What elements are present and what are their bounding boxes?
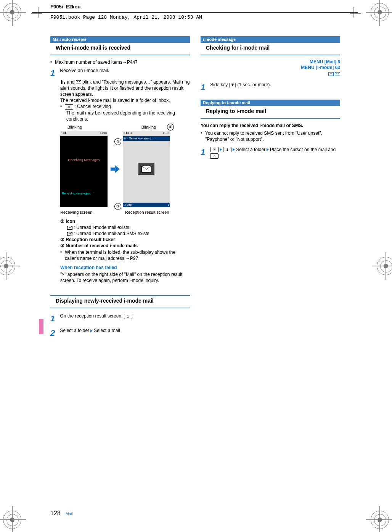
step-text: Select a folderSelect a mail bbox=[60, 327, 190, 334]
doc-header: F905i_E2kou bbox=[50, 4, 81, 10]
legend-item: ① Icon bbox=[60, 218, 190, 224]
crop-mark-icon bbox=[31, 7, 45, 21]
envelope-icon bbox=[335, 72, 340, 76]
envelope-sms-icon bbox=[67, 232, 72, 236]
step: 1 Side key [▼] (1 sec. or more). bbox=[201, 82, 340, 93]
registration-mark-icon bbox=[371, 511, 389, 529]
rule bbox=[201, 55, 340, 55]
section-tag: Mail auto receive bbox=[50, 36, 190, 43]
step-text: Side key [▼] (1 sec. or more). bbox=[210, 82, 340, 88]
blink-label: Blinking bbox=[137, 124, 160, 130]
section-title: When i-mode mail is received bbox=[56, 44, 190, 52]
screenshot-captions: Receiving screen Reception result screen bbox=[60, 210, 190, 215]
paragraph: "×" appears on the right side of "Mail" … bbox=[60, 271, 190, 284]
subsection-heading: When reception has failed bbox=[60, 264, 190, 271]
step-text: ✉1Select a folderPlace the cursor on the… bbox=[210, 147, 340, 159]
antenna-icon bbox=[60, 80, 66, 84]
note: The mail may be received depending on th… bbox=[66, 110, 190, 122]
section-tag: Replying to i-mode mail bbox=[201, 100, 340, 106]
phonebook-key-icon: ⌂ bbox=[210, 153, 218, 159]
step-paragraph: The received i-mode mail is saved in a f… bbox=[60, 97, 190, 103]
svg-rect-0 bbox=[61, 80, 62, 84]
step-number: 1 bbox=[201, 82, 209, 93]
page-footer: 128 Mail bbox=[50, 510, 72, 517]
key-icon: 1 bbox=[124, 314, 132, 319]
section-title: Displaying newly-received i-mode mail bbox=[56, 297, 190, 305]
registration-mark-icon bbox=[0, 257, 15, 275]
crop-mark-icon bbox=[347, 7, 361, 21]
rule bbox=[50, 308, 190, 308]
section-title: Replying to i-mode mail bbox=[206, 108, 340, 115]
svg-rect-1 bbox=[63, 81, 63, 84]
step-text: On the reception result screen, 1. bbox=[60, 313, 190, 319]
section-tag: i-mode message bbox=[201, 36, 340, 43]
callout-icon: ② bbox=[114, 138, 121, 145]
legend-item: ③ Number of received i-mode mails bbox=[60, 243, 190, 249]
svg-rect-2 bbox=[64, 82, 65, 84]
legend-sub: : Unread i-mode mail exists bbox=[67, 224, 190, 231]
callout-icon: ① bbox=[167, 124, 174, 131]
step-text: Receive an i-mode mail. bbox=[60, 68, 190, 74]
bullet-item: When the terminal is folded, the sub-dis… bbox=[60, 249, 190, 261]
callout-icon: ③ bbox=[114, 203, 121, 210]
rule bbox=[50, 55, 190, 55]
step-number: 2 bbox=[50, 327, 59, 339]
section-tab bbox=[39, 319, 43, 334]
step: 1 On the reception result screen, 1. bbox=[50, 313, 190, 324]
step-number: 1 bbox=[201, 147, 209, 158]
step: 1 Receive an i-mode mail. bbox=[50, 68, 190, 79]
registration-mark-icon bbox=[371, 3, 389, 21]
svg-rect-7 bbox=[70, 234, 72, 236]
sub-bullet: ● : Cancel receiving bbox=[60, 103, 190, 110]
menu-path: MENU [Mail] 6 MENU [i-mode] 63 bbox=[201, 59, 340, 77]
intro-bold: You can reply the received i-mode mail o… bbox=[201, 123, 340, 129]
section-title: Checking for i-mode mail bbox=[206, 44, 340, 52]
key-icon: ● bbox=[65, 104, 73, 110]
envelope-large-icon bbox=[138, 163, 154, 175]
header-rule bbox=[32, 12, 358, 13]
bullet-item: Maximum number of saved items→P447 bbox=[50, 59, 190, 65]
step-paragraph: and blink and "Receiving messages…" appe… bbox=[60, 79, 190, 98]
arrow-right-icon bbox=[110, 164, 120, 174]
left-column: Mail auto receive When i-mode mail is re… bbox=[50, 36, 190, 339]
chevron-right-icon bbox=[233, 148, 235, 151]
envelope-icon bbox=[76, 80, 81, 84]
envelope-icon bbox=[67, 226, 72, 230]
reception-result-screen: ▯ ▮▮ ✉11:18 ✉ :Message received… ☐ Mail1 bbox=[123, 131, 170, 207]
step-number: 1 bbox=[50, 313, 59, 324]
step: 1 ✉1Select a folderPlace the cursor on t… bbox=[201, 147, 340, 159]
chevron-right-icon bbox=[90, 329, 93, 332]
receiving-screen: ▯ ▮▮11:18 Receiving Messages Receiving m… bbox=[60, 131, 108, 207]
step-number: 1 bbox=[50, 68, 59, 79]
page-number: 128 bbox=[50, 510, 61, 516]
step: 2 Select a folderSelect a mail bbox=[50, 327, 190, 339]
content: Mail auto receive When i-mode mail is re… bbox=[50, 36, 340, 339]
blink-label: Blinking bbox=[63, 124, 86, 130]
registration-mark-icon bbox=[3, 3, 21, 21]
right-column: i-mode message Checking for i-mode mail … bbox=[201, 36, 340, 339]
legend-item: ② Reception result ticker bbox=[60, 237, 190, 243]
key-icon: 1 bbox=[223, 147, 231, 152]
page: F905i_E2kou F905i.book Page 128 Monday, … bbox=[0, 0, 392, 532]
registration-mark-icon bbox=[3, 511, 21, 529]
screenshot-block: Blinking Blinking ① ② ③ ▯ ▮▮11:18 Receiv… bbox=[60, 124, 190, 207]
rule bbox=[201, 118, 340, 119]
bullet-item: You cannot reply to received SMS sent fr… bbox=[201, 130, 340, 142]
chevron-right-icon bbox=[220, 148, 222, 151]
mail-key-icon: ✉ bbox=[210, 147, 218, 152]
registration-mark-icon bbox=[377, 257, 392, 275]
rule bbox=[50, 295, 190, 296]
legend-sub: : Unread i-mode mail and SMS exists bbox=[67, 231, 190, 237]
chevron-right-icon bbox=[267, 148, 269, 151]
footer-section: Mail bbox=[66, 512, 72, 516]
envelope-icon bbox=[328, 72, 334, 76]
print-stamp: F905i.book Page 128 Monday, April 21, 20… bbox=[50, 15, 202, 20]
